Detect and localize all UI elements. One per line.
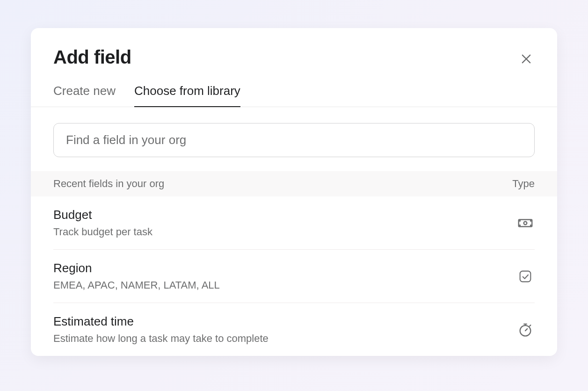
tab-bar: Create new Choose from library [31, 84, 557, 107]
field-description: Track budget per task [53, 226, 507, 238]
tab-choose-from-library[interactable]: Choose from library [134, 84, 240, 107]
field-row-region[interactable]: Region EMEA, APAC, NAMER, LATAM, ALL [53, 250, 535, 303]
stopwatch-icon [516, 320, 535, 339]
add-field-modal: Add field Create new Choose from library… [31, 28, 557, 356]
search-container [31, 107, 557, 171]
currency-icon [516, 214, 535, 232]
field-row-text: Estimated time Estimate how long a task … [53, 314, 507, 345]
field-name: Region [53, 261, 507, 275]
field-row-budget[interactable]: Budget Track budget per task [53, 196, 535, 250]
svg-point-3 [524, 221, 527, 224]
tab-create-new[interactable]: Create new [53, 84, 116, 107]
modal-header: Add field [31, 28, 557, 68]
field-row-estimated-time[interactable]: Estimated time Estimate how long a task … [53, 303, 535, 356]
search-input[interactable] [53, 123, 535, 157]
close-button[interactable] [518, 51, 535, 67]
field-list: Budget Track budget per task Region EMEA… [31, 196, 557, 356]
close-icon [520, 52, 533, 65]
checkbox-icon [516, 267, 535, 286]
field-name: Estimated time [53, 314, 507, 329]
field-row-text: Budget Track budget per task [53, 208, 507, 238]
field-row-text: Region EMEA, APAC, NAMER, LATAM, ALL [53, 261, 507, 291]
modal-title: Add field [53, 47, 535, 68]
section-label: Recent fields in your org [53, 178, 164, 190]
type-column-label: Type [512, 178, 535, 190]
svg-rect-4 [520, 271, 531, 282]
field-name: Budget [53, 208, 507, 222]
field-description: EMEA, APAC, NAMER, LATAM, ALL [53, 279, 507, 291]
svg-rect-2 [519, 219, 532, 226]
section-header: Recent fields in your org Type [31, 171, 557, 196]
field-description: Estimate how long a task may take to com… [53, 333, 507, 345]
